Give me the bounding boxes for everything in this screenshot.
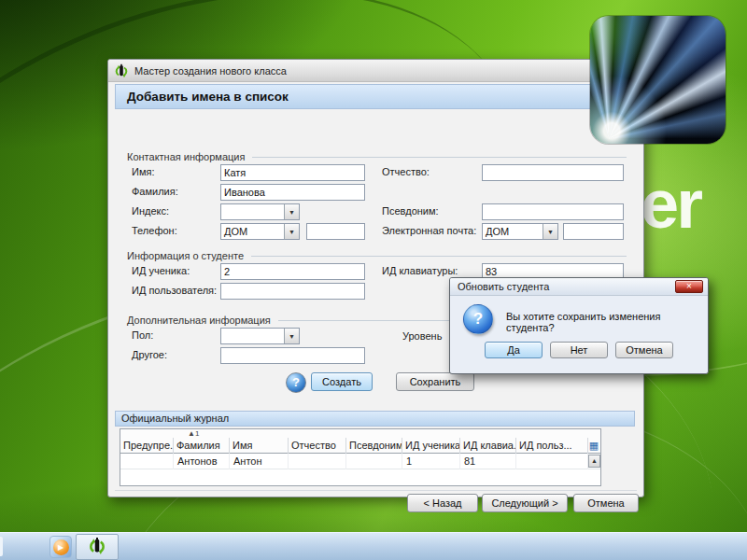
email-field[interactable] [563, 223, 624, 240]
phone-type-value: ДОМ [221, 224, 284, 239]
keyboard-id-label: ИД клавиатуры: [382, 265, 458, 276]
column-chooser-button[interactable]: ▦ [587, 439, 600, 453]
save-button[interactable]: Сохранить [396, 372, 474, 391]
acer-logo-text: er [641, 164, 700, 244]
table-row[interactable]: Антонов Антон 1 81 ▲ [120, 454, 600, 469]
scroll-up-icon: ▲ [591, 457, 598, 464]
wizard-titlebar[interactable]: Мастер создания нового класса [108, 60, 643, 82]
other-label: Другое: [132, 349, 167, 360]
user-id-field[interactable] [220, 283, 365, 300]
scroll-up-button[interactable]: ▲ [588, 455, 600, 468]
phone-type-combo[interactable]: ДОМ ▼ [220, 223, 300, 240]
first-name-label: Имя: [132, 166, 154, 177]
wizard-app-icon [114, 63, 129, 78]
first-name-field[interactable] [220, 164, 365, 181]
journal-table: ▲1 Предупре... Фамилия Имя Отчество Псев… [120, 428, 601, 486]
phone-field[interactable] [306, 223, 365, 240]
column-header-keyboard-id[interactable]: ИД клавиа... [460, 438, 516, 454]
student-id-label: ИД ученика: [132, 265, 190, 276]
email-type-combo[interactable]: ДОМ ▼ [482, 223, 558, 240]
close-icon: × [686, 281, 692, 291]
gender-label: Пол: [132, 329, 153, 341]
last-name-label: Фамилия: [132, 186, 178, 197]
column-header-nickname[interactable]: Псевдоним [346, 438, 402, 454]
back-button[interactable]: < Назад [407, 494, 478, 512]
next-button[interactable]: Следующий > [482, 494, 568, 512]
wizard-title: Мастер создания нового класса [134, 65, 287, 77]
column-header-middlename[interactable]: Отчество [289, 438, 346, 454]
email-type-value: ДОМ [483, 224, 543, 239]
media-player-icon: ▶ [53, 539, 69, 555]
dialog-body: ? Вы хотите сохранить изменения студента… [450, 296, 708, 373]
nickname-label: Псевдоним: [382, 205, 439, 217]
column-header-warning[interactable]: Предупре... [120, 438, 174, 454]
taskbar-app-button[interactable] [76, 534, 119, 560]
middle-name-field[interactable] [482, 164, 624, 181]
table-cell [346, 454, 402, 469]
yes-button[interactable]: Да [485, 342, 543, 358]
divider [115, 490, 637, 491]
dropdown-icon[interactable]: ▼ [284, 204, 299, 219]
close-button[interactable]: × [675, 280, 703, 293]
gender-combo-value [221, 329, 284, 343]
level-label: Уровень [402, 330, 442, 342]
user-id-label: ИД пользователя: [132, 285, 217, 296]
app-icon [88, 537, 106, 557]
section-contact-title: Контактная информация [127, 151, 245, 162]
taskbar[interactable]: ▶ [0, 532, 747, 560]
index-label: Индекс: [132, 205, 169, 217]
section-additional-title: Дополнительная информация [127, 315, 271, 326]
dialog-titlebar[interactable]: Обновить студента × [450, 278, 708, 296]
last-name-field[interactable] [220, 184, 365, 201]
table-cell: 81 [460, 454, 516, 469]
middle-name-label: Отчество: [382, 166, 430, 177]
wizard-step-header: Добавить имена в список [115, 84, 635, 109]
help-button[interactable]: ? [286, 372, 306, 393]
dialog-title: Обновить студента [458, 281, 549, 292]
column-header-lastname[interactable]: Фамилия [174, 438, 230, 454]
help-icon: ? [292, 375, 300, 389]
email-label: Электронная почта: [382, 225, 476, 236]
column-header-user-id[interactable]: ИД польз... [516, 438, 588, 454]
student-id-field[interactable] [220, 263, 365, 280]
dialog-cancel-button[interactable]: Отмена [615, 342, 673, 358]
column-header-student-id[interactable]: ИД ученика [402, 438, 460, 454]
no-button[interactable]: Нет [550, 342, 608, 358]
taskbar-media-player-button[interactable]: ▶ [49, 536, 72, 558]
table-cell [120, 454, 174, 469]
create-button[interactable]: Создать [311, 372, 373, 391]
update-student-dialog: Обновить студента × ? Вы хотите сохранит… [449, 277, 709, 374]
wizard-cancel-button[interactable]: Отмена [573, 494, 639, 512]
column-header-firstname[interactable]: Имя [230, 438, 289, 454]
dropdown-icon[interactable]: ▼ [543, 224, 557, 239]
table-cell [516, 454, 588, 469]
sort-indicator: ▲1 [188, 429, 199, 438]
grid-icon: ▦ [589, 440, 599, 451]
journal-header: Официальный журнал [115, 411, 635, 427]
table-cell: Антонов [174, 454, 230, 469]
table-cell: Антон [230, 454, 289, 469]
phone-label: Телефон: [132, 225, 177, 236]
taskbar-edge [0, 537, 3, 556]
section-student: Информация о студенте [127, 250, 627, 261]
gender-combo[interactable]: ▼ [220, 328, 300, 344]
dialog-message: Вы хотите сохранить изменения студента? [506, 311, 702, 333]
question-icon: ? [463, 304, 493, 334]
journal-table-head: ▲1 Предупре... Фамилия Имя Отчество Псев… [120, 429, 600, 454]
table-cell: 1 [402, 454, 460, 469]
desktop-wallpaper: { "icons": { "help": "?", "close": "×", … [0, 0, 747, 560]
other-field[interactable] [220, 347, 365, 364]
index-combo-value [221, 204, 284, 219]
table-cell [289, 454, 346, 469]
nickname-field[interactable] [482, 203, 624, 220]
abstract-picture [590, 16, 726, 144]
dropdown-icon[interactable]: ▼ [284, 224, 299, 239]
section-contact: Контактная информация [127, 151, 627, 162]
index-combo[interactable]: ▼ [220, 203, 300, 220]
section-student-title: Информация о студенте [127, 250, 244, 261]
dropdown-icon[interactable]: ▼ [284, 329, 299, 343]
